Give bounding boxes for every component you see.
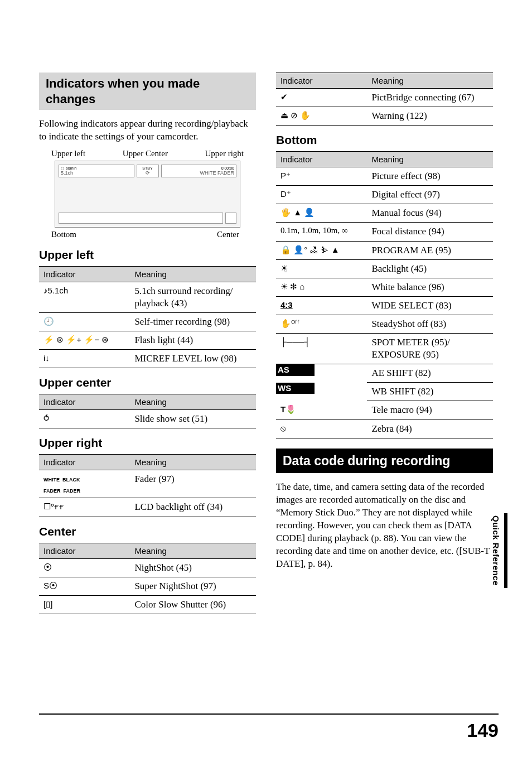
heading-bottom: Bottom [276,133,493,147]
table-upper-left: Indicator Meaning ♪5.1ch5.1ch surround r… [39,266,256,368]
th-meaning: Meaning [367,73,493,89]
table-row: WSWB SHIFT (82) [276,383,493,401]
diagram-ch: 5.1ch [61,171,132,176]
label-upper-right: Upper right [205,149,244,158]
table-row: S⦿Super NightShot (97) [39,577,256,595]
th-meaning: Meaning [130,394,256,410]
table-bottom: Indicator Meaning P⁺Picture effect (98) … [276,151,493,438]
table-row: ✔PictBridge connecting (67) [276,89,493,107]
table-row: 🖐 ▲ 👤Manual focus (94) [276,204,493,223]
heading-upper-left: Upper left [39,248,256,262]
footer-rule [39,713,499,715]
th-meaning: Meaning [367,152,493,167]
th-indicator: Indicator [276,152,367,167]
table-row: ASAE SHIFT (82) [276,364,493,383]
th-meaning: Meaning [130,455,256,470]
label-upper-center: Upper Center [123,149,168,158]
th-indicator: Indicator [39,543,130,558]
table-row: ⏏ ⊘ ✋Warning (122) [276,107,493,126]
table-row: 4:3WIDE SELECT (83) [276,296,493,315]
table-row: T🌷Tele macro (94) [276,401,493,420]
diagram-wf: WHITE FADER [163,171,235,176]
table-row: 0.1m, 1.0m, 10m, ∞Focal distance (94) [276,223,493,241]
section-title-data-code: Data code during recording [276,449,493,474]
label-upper-left: Upper left [51,149,85,158]
page-number: 149 [467,720,499,741]
table-row: ☀̱Backlight (45) [276,259,493,278]
table-row: 🕘Self-timer recording (98) [39,313,256,331]
label-center: Center [217,230,239,239]
th-meaning: Meaning [130,266,256,282]
section-title-changes: Indicators when you made changes [39,73,256,110]
table-row: [▯]Color Slow Shutter (96) [39,595,256,614]
heading-center: Center [39,525,256,538]
table-row: 🔒 👤° 🏖 ⛷ ▲PROGRAM AE (95) [276,241,493,259]
th-indicator: Indicator [276,73,367,89]
data-code-body: The date, time, and camera setting data … [276,481,493,571]
table-row: ⦸Zebra (84) [276,420,493,438]
diagram-battery: ▢ 60min [61,166,76,170]
fader-white-black-label: WHITE BLACKFADER FADER [43,477,80,494]
label-bottom: Bottom [51,230,76,239]
table-row: ⦿NightShot (45) [39,558,256,577]
table-row: ♪5.1ch5.1ch surround recording/ playback… [39,282,256,312]
table-row: ☐ᵒғғLCD backlight off (34) [39,498,256,517]
right-column: Indicator Meaning ✔PictBridge connecting… [276,73,493,614]
diagram-tc: 0:00:00 [221,166,234,170]
table-row: i↓MICREF LEVEL low (98) [39,350,256,368]
table-upper-right: Indicator Meaning WHITE BLACKFADER FADER… [39,454,256,517]
th-indicator: Indicator [39,266,130,282]
heading-upper-center: Upper center [39,376,256,389]
th-meaning: Meaning [130,543,256,558]
table-row: ⚡ ⊚ ⚡+ ⚡− ⊛Flash light (44) [39,331,256,350]
diagram-top-labels: Upper left Upper Center Upper right [51,149,244,158]
heading-upper-right: Upper right [39,436,256,450]
left-column: Indicators when you made changes Followi… [39,73,256,614]
th-indicator: Indicator [39,455,130,470]
th-indicator: Indicator [39,394,130,410]
lcd-diagram: ▢ 60min 5.1ch STBY ⟳ 0:00:00 WHITE FADER [55,161,240,228]
table-row: ⥀Slide show set (51) [39,410,256,428]
table-row: ✋ᴼᶠᶠSteadyShot off (83) [276,315,493,333]
table-center: Indicator Meaning ⦿NightShot (45) S⦿Supe… [39,543,256,614]
diagram-bottom-labels: Bottom Center [51,230,239,239]
table-row: D⁺Digital effect (97) [276,186,493,204]
table-upper-center: Indicator Meaning ⥀Slide show set (51) [39,394,256,428]
side-tab-quick-reference: Quick Reference [491,513,507,588]
table-row: WHITE BLACKFADER FADER Fader (97) [39,470,256,498]
intro-text: Following indicators appear during recor… [39,118,256,143]
diagram-stby: STBY [142,166,152,170]
table-top-right: Indicator Meaning ✔PictBridge connecting… [276,73,493,126]
table-row: P⁺Picture effect (98) [276,167,493,186]
table-row: ├───┤SPOT METER (95)/ EXPOSURE (95) [276,334,493,364]
table-row: ☀ ✻ ⌂White balance (96) [276,278,493,296]
